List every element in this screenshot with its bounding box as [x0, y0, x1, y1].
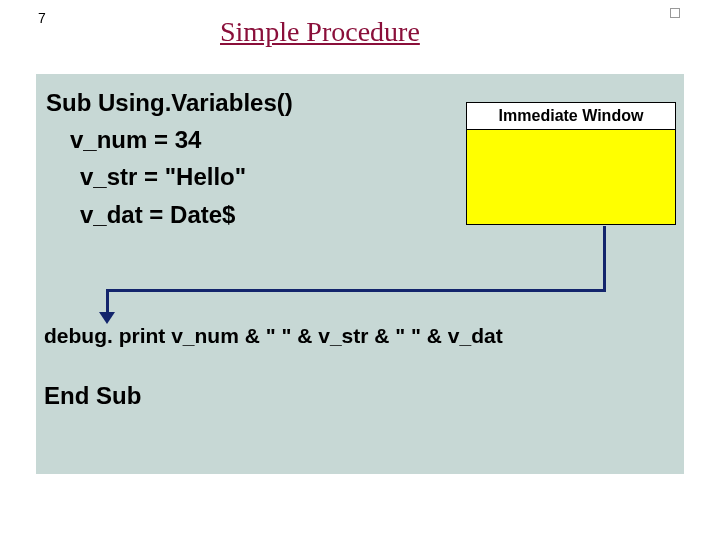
slide-number: 7 [38, 10, 46, 26]
corner-marker-icon [670, 8, 680, 18]
code-line-debug: debug. print v_num & " " & v_str & " " &… [44, 324, 503, 348]
immediate-window: Immediate Window [466, 102, 676, 225]
immediate-window-body [467, 130, 675, 224]
immediate-window-title: Immediate Window [467, 103, 675, 130]
arrow-connector-icon [603, 226, 606, 292]
code-line-endsub: End Sub [44, 382, 141, 410]
arrow-head-icon [99, 312, 115, 324]
arrow-connector-icon [106, 289, 606, 292]
content-panel: Sub Using.Variables() v_num = 34 v_str =… [36, 74, 684, 474]
slide-title: Simple Procedure [220, 16, 420, 48]
